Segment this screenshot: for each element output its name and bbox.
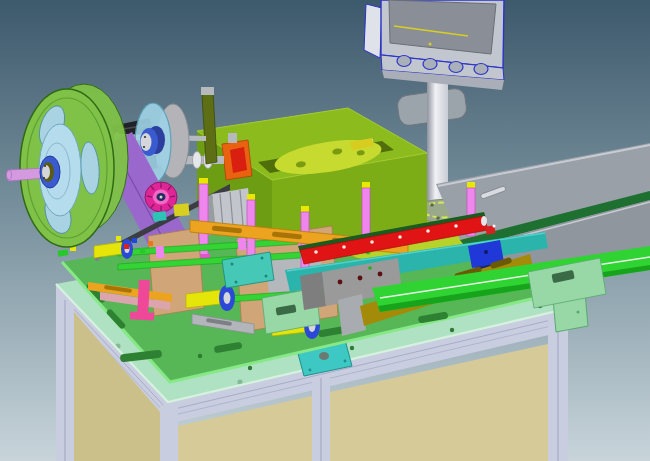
monitor-side-face [364, 4, 382, 58]
monitor-button-1[interactable] [397, 56, 411, 67]
cad-render-viewport [0, 0, 650, 461]
monitor-button-3[interactable] [449, 62, 463, 73]
hmi-monitor [364, 0, 504, 90]
table-post-corner [160, 402, 178, 461]
monitor-button-4[interactable] [474, 64, 488, 75]
monitor-button-2[interactable] [423, 59, 437, 70]
